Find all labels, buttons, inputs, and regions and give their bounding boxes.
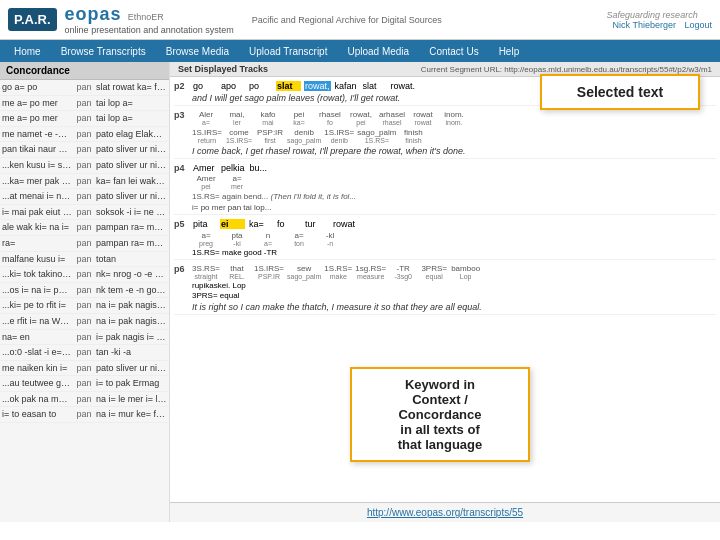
sidebar-cell-left: i= to easan to (2, 408, 72, 421)
sidebar-cell-right: slat rowat ka= fan s... (96, 81, 167, 94)
sidebar-row[interactable]: i= mai pak eiut me i= pan soksok -i i= n… (0, 205, 169, 221)
sidebar-row[interactable]: me namet -e -n i= pan pato elag Elakmaml… (0, 127, 169, 143)
sidebar-row[interactable]: malfane kusu i= pan totan (0, 252, 169, 268)
word-go: go (192, 81, 217, 91)
seg-content-p4: Amer pelkia bu... Amerpei a=mer 1S.RS= a… (192, 163, 716, 212)
sidebar-cell-mid: pan (72, 97, 96, 110)
sidebar-cell-left: pan tikai naur sees (2, 143, 72, 156)
sidebar-cell-left: me naiken kin i= (2, 362, 72, 375)
sidebar-cell-left: ...ok pak na mnal nawen (2, 393, 72, 406)
seg-content-p5: pita ei ka= fo tur rowat a=preg pta-ki n… (192, 219, 716, 257)
p6-3prs: 3PRS= equal (192, 291, 716, 300)
nav-browse-media[interactable]: Browse Media (156, 43, 239, 60)
sidebar-row[interactable]: ale wak ki= na i= pan pampan ra= mer kop… (0, 220, 169, 236)
nav-upload-transcript[interactable]: Upload Transcript (239, 43, 337, 60)
p4-belkia: pelkia (220, 163, 246, 173)
seg-num-p4: p4 (174, 163, 192, 212)
nav-home[interactable]: Home (4, 43, 51, 60)
sidebar-cell-left: ...o:0 -slat -i e= kin po (2, 346, 72, 359)
sidebar-cell-left: ...os i= na i= pa i= ta i= (2, 284, 72, 297)
p5-fo: fo (276, 219, 301, 229)
p5-pita: pita (192, 219, 217, 229)
sidebar-cell-mid: pan (72, 362, 96, 375)
sidebar-row[interactable]: ...os i= na i= pa i= ta i= pan nk tem -e… (0, 283, 169, 299)
app-info: eopas EthnoER online presentation and an… (65, 4, 234, 35)
sidebar-row[interactable]: ...ok pak na mnal nawen pan na i= le mer… (0, 392, 169, 408)
sidebar-cell-mid: pan (72, 393, 96, 406)
sidebar-cell-left: na= en (2, 331, 72, 344)
sidebar-cell-right: nk tem -e -n go ra-... (96, 284, 167, 297)
sidebar-cell-mid: pan (72, 206, 96, 219)
seg-content-p3: Alera= mai,ler kafomai peika= rhaselfo r… (192, 110, 716, 156)
sidebar-cell-mid: pan (72, 81, 96, 94)
sidebar-cell-left: ...ki= pe to rfit i= (2, 299, 72, 312)
sidebar-row[interactable]: me a= po mer pan tai lop a= (0, 96, 169, 112)
sidebar-row[interactable]: ...ka= mer pak tailhat pan ka= fan lei w… (0, 174, 169, 190)
tracks-label: Set Displayed Tracks (178, 64, 268, 74)
sidebar-row[interactable]: ...o:0 -slat -i e= kin po pan tan -ki -a (0, 345, 169, 361)
word-rowat: rowat, (304, 81, 331, 91)
sidebar-cell-right: pampan ra= mer kop n... (96, 237, 167, 250)
sidebar-cell-left: ...at menai i= na go i= (2, 190, 72, 203)
sidebar-cell-left: me namet -e -n i= (2, 128, 72, 141)
sidebar-row[interactable]: me a= po mer pan tai lop a= (0, 111, 169, 127)
sidebar-cell-mid: pan (72, 346, 96, 359)
nav-contact[interactable]: Contact Us (419, 43, 488, 60)
segment-p5: p5 pita ei ka= fo tur rowat a=preg pta-k… (174, 219, 716, 260)
p6-extra: rupikaskei. Lop (192, 281, 716, 290)
sidebar-row[interactable]: ...e rfit i= na Watebo pan na i= pak nag… (0, 314, 169, 330)
bottom-url[interactable]: http://www.eopas.org/transcripts/55 (170, 502, 720, 522)
sidebar-cell-right: pampan ra= mer kop n... (96, 221, 167, 234)
logout-link[interactable]: Logout (684, 20, 712, 30)
sidebar-cell-left: ale wak ki= na i= (2, 221, 72, 234)
sidebar-row[interactable]: ...at menai i= na go i= pan pato sliver … (0, 189, 169, 205)
sidebar-row[interactable]: na= en pan i= pak nagis i= skei... (0, 330, 169, 346)
sidebar-row[interactable]: ra= pan pampan ra= mer kop n... (0, 236, 169, 252)
sidebar-row[interactable]: go a= po pan slat rowat ka= fan s... (0, 80, 169, 96)
sidebar-cell-left: me a= po mer (2, 97, 72, 110)
segment-url: Current Segment URL: http://eopas.mld.un… (421, 65, 712, 74)
transcript-url-link[interactable]: http://www.eopas.org/transcripts/55 (367, 507, 523, 518)
sidebar-cell-mid: pan (72, 175, 96, 188)
sidebar-row[interactable]: pan tikai naur sees pan pato sliver ur n… (0, 142, 169, 158)
sidebar-row[interactable]: ...ken kusu i= siwer i= pan pato sliver … (0, 158, 169, 174)
sidebar-row[interactable]: ...ki= tok takinog kin pan nk= nrog -o -… (0, 267, 169, 283)
sidebar-row[interactable]: ...au teutwee ga i= to pan i= to pak Erm… (0, 376, 169, 392)
main: Concordance go a= po pan slat rowat ka= … (0, 62, 720, 522)
nav-browse-transcripts[interactable]: Browse Transcripts (51, 43, 156, 60)
sidebar-cell-mid: pan (72, 331, 96, 344)
sidebar-row[interactable]: ...ki= pe to rfit i= pan na i= pak nagis… (0, 298, 169, 314)
user-links: Nick Thieberger Logout (607, 20, 712, 30)
username-link[interactable]: Nick Thieberger (613, 20, 676, 30)
sidebar-rows: go a= po pan slat rowat ka= fan s... me … (0, 80, 169, 423)
sidebar-cell-mid: pan (72, 268, 96, 281)
sidebar-cell-right: i= pak nagis i= skei... (96, 331, 167, 344)
word-kafan: kafan (334, 81, 359, 91)
seg-num-p3: p3 (174, 110, 192, 156)
sidebar-cell-right: na i= pak nagis in s... (96, 299, 167, 312)
p4-extra: i= po mer pan tai lop... (192, 203, 716, 212)
sidebar-cell-left: ra= (2, 237, 72, 250)
seg-irs-p4: Amerpei a=mer (192, 174, 716, 190)
seg-content-p6: 3S.RS=straight thatREL. 1S.IRS=PSP.IR se… (192, 264, 716, 312)
sidebar-cell-right: nk= nrog -o -e na i=... (96, 268, 167, 281)
sidebar-cell-right: pato sliver ur niskiu ... (96, 159, 167, 172)
sidebar-cell-mid: pan (72, 315, 96, 328)
sidebar-cell-mid: pan (72, 237, 96, 250)
sidebar-cell-right: tan -ki -a (96, 346, 167, 359)
header-right: Safeguarding research Nick Thieberger Lo… (607, 10, 712, 30)
segment-url-label: Current Segment URL: (421, 65, 502, 74)
sidebar-cell-right: na i= le mer i= lek ... (96, 393, 167, 406)
sidebar-row[interactable]: me naiken kin i= pan pato sliver ur nisk… (0, 361, 169, 377)
safeguard-text: Safeguarding research (607, 10, 712, 20)
sidebar-cell-left: ...ka= mer pak tailhat (2, 175, 72, 188)
p6-irs: 3S.RS=straight thatREL. 1S.IRS=PSP.IR se… (192, 264, 716, 280)
word-slat: slat (276, 81, 301, 91)
nav-upload-media[interactable]: Upload Media (337, 43, 419, 60)
seg-num-p6: p6 (174, 264, 192, 312)
p5-kato: ka= (248, 219, 273, 229)
sidebar-cell-mid: pan (72, 143, 96, 156)
sidebar-row[interactable]: i= to easan to pan na i= mur ke= fak ... (0, 407, 169, 423)
p4-bu: bu... (249, 163, 274, 173)
nav-help[interactable]: Help (489, 43, 530, 60)
